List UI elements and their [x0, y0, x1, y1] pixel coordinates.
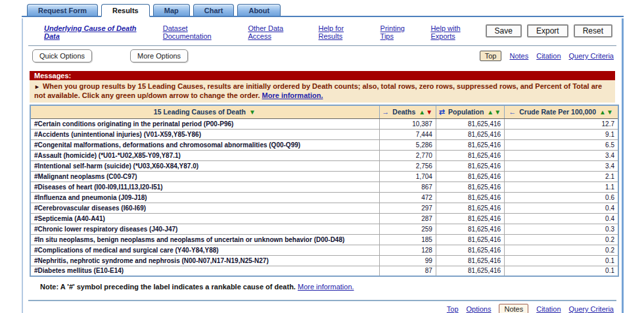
sort-down-icon[interactable]: ▼ — [494, 108, 501, 116]
deaths-cell: 472 — [379, 192, 436, 203]
cause-cell: #Influenza and pneumonia (J09-J18) — [30, 192, 379, 203]
population-cell: 81,625,416 — [436, 213, 504, 224]
population-cell: 81,625,416 — [436, 234, 504, 245]
population-cell: 81,625,416 — [436, 150, 504, 160]
table-row: #Malignant neoplasms (C00-C97)1,70481,62… — [30, 171, 618, 181]
column-header-crude_rate: ←Crude Rate Per 100,000▲▼ — [505, 105, 618, 118]
header-row: Underlying Cause of Death Data Dataset D… — [28, 23, 616, 40]
population-cell: 81,625,416 — [436, 181, 504, 192]
tab-about[interactable]: About — [237, 4, 281, 16]
sort-up-icon[interactable]: ▲ — [419, 108, 426, 116]
option-buttons: Quick Options More Options — [30, 49, 188, 62]
deaths-cell: 297 — [379, 203, 436, 213]
cause-cell: #Assault (homicide) (*U01-*U02,X85-Y09,Y… — [30, 150, 379, 160]
table-row: #Congenital malformations, deformations … — [30, 139, 618, 150]
deaths-cell: 5,286 — [379, 139, 436, 150]
printing-tips-link[interactable]: Printing Tips — [380, 24, 419, 40]
query-criteria-nav-link[interactable]: Query Criteria — [569, 52, 614, 60]
tab-results[interactable]: Results — [101, 4, 150, 17]
top-page-nav: TopNotesCitationQuery Criteria — [480, 51, 615, 61]
dataset-documentation-link[interactable]: Dataset Documentation — [163, 24, 237, 40]
deaths-cell: 259 — [379, 224, 436, 234]
population-cell: 81,625,416 — [436, 129, 504, 139]
export-button[interactable]: Export — [527, 24, 568, 37]
action-buttons: SaveExportReset — [486, 24, 615, 37]
header-links: Underlying Cause of Death Data Dataset D… — [30, 24, 486, 40]
table-row: #Cerebrovascular diseases (I60-I69)29781… — [30, 203, 618, 213]
sort-down-icon[interactable]: ▼ — [426, 108, 433, 116]
move-both-icon[interactable]: ⇄ — [439, 108, 445, 116]
move-left-icon[interactable]: ← — [509, 108, 516, 116]
tab-chart[interactable]: Chart — [193, 4, 235, 16]
save-button[interactable]: Save — [486, 24, 522, 37]
deaths-cell: 99 — [379, 255, 436, 266]
notes-nav-link[interactable]: Notes — [499, 304, 528, 313]
citation-nav-link[interactable]: Citation — [536, 305, 561, 313]
tab-bar: Request FormResultsMapChartAbout — [22, 4, 624, 17]
dataset-title-link[interactable]: Underlying Cause of Death Data — [44, 24, 151, 40]
deaths-cell: 867 — [379, 181, 436, 192]
table-row: #Accidents (unintentional injuries) (V01… — [30, 129, 618, 139]
other-data-access-link[interactable]: Other Data Access — [248, 24, 306, 40]
table-row: #Intentional self-harm (suicide) (*U03,X… — [30, 160, 618, 171]
crude-rate-cell: 0.4 — [505, 203, 618, 213]
top-nav-link[interactable]: Top — [447, 305, 459, 313]
messages-more-info-link[interactable]: More information. — [262, 91, 323, 99]
quick-options-button[interactable]: Quick Options — [32, 49, 92, 62]
deaths-cell: 2,770 — [379, 150, 436, 160]
query-criteria-nav-link[interactable]: Query Criteria — [569, 305, 614, 313]
messages-body: ►When you group results by 15 Leading Ca… — [30, 80, 615, 103]
table-row: #Influenza and pneumonia (J09-J18)47281,… — [30, 192, 618, 203]
help-for-results-link[interactable]: Help for Results — [319, 24, 369, 40]
sort-down-icon[interactable]: ▼ — [249, 108, 256, 116]
population-cell: 81,625,416 — [436, 118, 504, 129]
table-row: #Chronic lower respiratory diseases (J40… — [30, 224, 618, 234]
crude-rate-cell: 2.1 — [505, 171, 618, 181]
cause-cell: #Complications of medical and surgical c… — [30, 245, 379, 255]
cause-cell: #Accidents (unintentional injuries) (V01… — [30, 129, 379, 139]
deaths-cell: 287 — [379, 213, 436, 224]
table-row: #Septicemia (A40-A41)28781,625,4160.4 — [30, 213, 618, 224]
column-header-population: ⇄Population▲▼ — [436, 105, 504, 118]
citation-nav-link[interactable]: Citation — [536, 52, 561, 60]
deaths-cell: 185 — [379, 234, 436, 245]
options-nav-link[interactable]: Options — [467, 305, 492, 313]
move-right-icon[interactable]: → — [382, 108, 389, 116]
footnote: Note: A '#' symbol preceding the label i… — [40, 283, 616, 291]
population-cell: 81,625,416 — [436, 255, 504, 266]
table-row: #Complications of medical and surgical c… — [30, 245, 618, 255]
sort-up-icon[interactable]: ▲ — [599, 108, 607, 116]
results-table: 15 Leading Causes of Death▼→Deaths▲▼⇄Pop… — [30, 105, 619, 277]
reset-button[interactable]: Reset — [574, 24, 612, 37]
deaths-cell: 7,444 — [379, 129, 436, 139]
cause-cell: #Diabetes mellitus (E10-E14) — [30, 266, 379, 276]
cause-cell: #Diseases of heart (I00-I09,I11,I13,I20-… — [30, 181, 379, 192]
table-row: #Diabetes mellitus (E10-E14)8781,625,416… — [30, 266, 618, 276]
crude-rate-cell: 0.3 — [505, 224, 618, 234]
deaths-cell: 2,756 — [379, 160, 436, 171]
help-with-exports-link[interactable]: Help with Exports — [430, 24, 485, 40]
population-cell: 81,625,416 — [436, 224, 504, 234]
column-label-deaths: Deaths — [392, 108, 415, 116]
crude-rate-cell: 3.4 — [505, 150, 618, 160]
population-cell: 81,625,416 — [436, 266, 504, 276]
notes-nav-link[interactable]: Notes — [509, 52, 528, 60]
column-label-crude_rate: Crude Rate Per 100,000 — [519, 108, 596, 116]
crude-rate-cell: 3.4 — [505, 160, 618, 171]
cause-cell: #Cerebrovascular diseases (I60-I69) — [30, 203, 379, 213]
more-options-button[interactable]: More Options — [130, 49, 188, 62]
footnote-more-info-link[interactable]: More information. — [298, 283, 354, 291]
population-cell: 81,625,416 — [436, 171, 504, 181]
sort-up-icon[interactable]: ▲ — [487, 108, 494, 116]
results-table-header-row: 15 Leading Causes of Death▼→Deaths▲▼⇄Pop… — [30, 105, 618, 118]
table-row: #In situ neoplasms, benign neoplasms and… — [30, 234, 618, 245]
sort-arrows-population: ▲▼ — [487, 108, 501, 116]
cause-cell: #Nephritis, nephrotic syndrome and nephr… — [30, 255, 379, 266]
header-divider — [28, 45, 616, 46]
tab-map[interactable]: Map — [153, 4, 190, 16]
top-nav-link[interactable]: Top — [480, 51, 502, 61]
tab-request-form[interactable]: Request Form — [27, 4, 98, 16]
crude-rate-cell: 0.2 — [505, 234, 618, 245]
sort-arrows-deaths: ▲▼ — [419, 108, 433, 116]
sort-down-icon[interactable]: ▼ — [607, 108, 614, 116]
